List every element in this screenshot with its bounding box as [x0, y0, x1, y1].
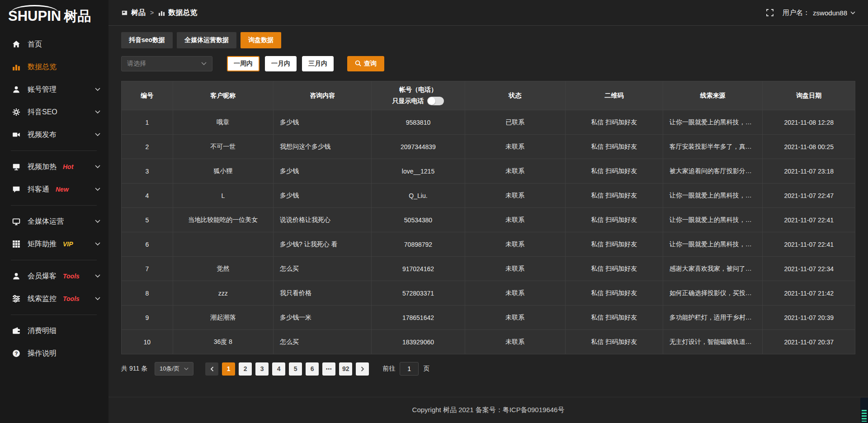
chevron-down-icon — [95, 274, 100, 278]
sidebar-item-video-heat[interactable]: 视频加热Hot — [0, 155, 108, 178]
sidebar-item-douketong[interactable]: 抖客通New — [0, 178, 108, 201]
badge-vip: VIP — [63, 240, 73, 248]
cell-qrcode[interactable]: 私信 扫码加好友 — [565, 110, 663, 135]
breadcrumb: 树品 > 数据总览 — [121, 8, 197, 18]
footer: Copyright 树品 2021 备案号：粤ICP备09019646号 — [108, 397, 868, 423]
breadcrumb-item-shupin[interactable]: 树品 — [121, 8, 146, 18]
tab-omnimedia-data[interactable]: 全媒体运营数据 — [177, 32, 236, 48]
sidebar-divider — [11, 260, 97, 260]
cell-qrcode[interactable]: 私信 扫码加好友 — [565, 159, 663, 183]
floating-widget[interactable] — [860, 398, 868, 423]
prev-page-button[interactable] — [205, 362, 218, 376]
cell-qrcode[interactable]: 私信 扫码加好友 — [565, 281, 663, 306]
cell-nickname: 不可一世 — [173, 135, 273, 159]
sidebar-item-home[interactable]: 首页 — [0, 33, 108, 56]
page-number-buttons: 123456•••92 — [220, 362, 354, 376]
goto-page-input[interactable] — [400, 362, 419, 376]
sidebar-item-douyin-seo[interactable]: 抖音SEO — [0, 101, 108, 123]
cell-qrcode[interactable]: 私信 扫码加好友 — [565, 232, 663, 257]
sidebar-item-label: 视频加热 — [28, 162, 57, 172]
breadcrumb-item-data-overview[interactable]: 数据总览 — [158, 8, 197, 18]
cell-status: 未联系 — [465, 135, 565, 159]
sidebar-item-consumption-detail[interactable]: 消费明细 — [0, 320, 108, 342]
sidebar: SHUPIN 树品 首页数据总览账号管理抖音SEO视频发布视频加热Hot抖客通N… — [0, 0, 108, 423]
cell-lead[interactable]: 如何正确选择投影仪，买投影... — [663, 281, 763, 306]
column-header-nickname: 客户昵称 — [173, 81, 273, 110]
period-buttons: 一周内一月内三月内 — [227, 56, 334, 71]
period-button-one-week[interactable]: 一周内 — [227, 56, 259, 71]
page-size-select[interactable]: 10条/页 — [155, 362, 193, 376]
cell-lead[interactable]: 让你一眼就爱上的黑科技，能... — [663, 232, 763, 257]
cell-qrcode[interactable]: 私信 扫码加好友 — [565, 183, 663, 208]
cell-lead[interactable]: 多功能护栏灯，适用于乡村文... — [663, 306, 763, 330]
cell-status: 未联系 — [465, 208, 565, 232]
content-area: 抖音seo数据全媒体运营数据询盘数据 请选择 一周内一月内三月内 查询 — [108, 26, 868, 397]
user-menu[interactable]: 用户名：zswodun88 — [783, 9, 855, 17]
cell-lead[interactable]: 客厅安装投影半年多了，真实... — [663, 135, 763, 159]
sidebar-item-label: 矩阵助推 — [28, 240, 57, 249]
logo-text-en: SHUPIN — [8, 9, 61, 23]
cell-lead[interactable]: 无主灯设计，智能磁吸轨道灯... — [663, 330, 763, 354]
sidebar-item-account-management[interactable]: 账号管理 — [0, 78, 108, 101]
sidebar-divider — [11, 205, 97, 206]
cell-nickname: L — [173, 183, 273, 208]
cell-content: 多少钱? 让我死心 看 — [273, 232, 371, 257]
cell-lead[interactable]: 让你一眼就爱上的黑科技，能... — [663, 183, 763, 208]
cell-account: 50534380 — [372, 208, 465, 232]
cell-qrcode[interactable]: 私信 扫码加好友 — [565, 330, 663, 354]
page-button-5[interactable]: 5 — [289, 362, 302, 376]
cell-lead[interactable]: 让你一眼就爱上的黑科技，能... — [663, 110, 763, 135]
next-page-button[interactable] — [356, 362, 369, 376]
sidebar-divider — [11, 150, 97, 151]
sidebar-item-clue-monitor[interactable]: 线索监控Tools — [0, 287, 108, 310]
badge-hot: Hot — [63, 163, 73, 170]
page-button-6[interactable]: 6 — [306, 362, 319, 376]
cell-qrcode[interactable]: 私信 扫码加好友 — [565, 306, 663, 330]
period-button-one-month[interactable]: 一月内 — [265, 56, 297, 71]
main-column: 树品 > 数据总览 用户名：zswodun88 — [108, 0, 868, 423]
sidebar-item-video-publish[interactable]: 视频发布 — [0, 123, 108, 146]
sidebar-item-matrix-boost[interactable]: 矩阵助推VIP — [0, 233, 108, 255]
sidebar-item-data-overview[interactable]: 数据总览 — [0, 56, 108, 78]
cell-lead[interactable]: 让你一眼就爱上的黑科技，能... — [663, 208, 763, 232]
page-more-button[interactable]: ••• — [322, 362, 335, 376]
sidebar-item-member-baoke[interactable]: 会员爆客Tools — [0, 265, 108, 287]
page-button-2[interactable]: 2 — [239, 362, 252, 376]
page-button-4[interactable]: 4 — [272, 362, 285, 376]
cell-qrcode[interactable]: 私信 扫码加好友 — [565, 257, 663, 281]
filter-select[interactable]: 请选择 — [121, 56, 212, 71]
period-button-three-month[interactable]: 三月内 — [302, 56, 334, 71]
page-button-3[interactable]: 3 — [255, 362, 269, 376]
tab-douyin-seo-data[interactable]: 抖音seo数据 — [121, 32, 173, 48]
chevron-down-icon — [95, 165, 100, 169]
app-window-icon — [121, 9, 128, 16]
cell-lead[interactable]: 感谢大家喜欢我家，被问了好... — [663, 257, 763, 281]
search-button[interactable]: 查询 — [347, 56, 384, 71]
sidebar-item-operation-guide[interactable]: ?操作说明 — [0, 342, 108, 365]
cell-qrcode[interactable]: 私信 扫码加好友 — [565, 208, 663, 232]
sidebar-item-label: 账号管理 — [28, 85, 57, 94]
page-button-92[interactable]: 92 — [339, 362, 352, 376]
sidebar-item-omni-media[interactable]: 全媒体运营 — [0, 210, 108, 233]
cell-no: 8 — [122, 281, 173, 306]
cell-no: 7 — [122, 257, 173, 281]
sliders-icon — [12, 295, 21, 303]
search-button-label: 查询 — [364, 60, 377, 68]
screen-icon — [12, 163, 21, 171]
cell-lead[interactable]: 被大家追着问的客厅投影分享... — [663, 159, 763, 183]
cell-account: 917024162 — [372, 257, 465, 281]
fullscreen-icon[interactable] — [766, 9, 774, 16]
badge-tools: Tools — [63, 273, 80, 280]
home-icon — [12, 40, 21, 49]
breadcrumb-label: 树品 — [131, 8, 146, 18]
badge-new: New — [56, 186, 69, 193]
tab-inquiry-data[interactable]: 询盘数据 — [241, 32, 281, 48]
column-header-label: 帐号（电话） — [372, 86, 464, 94]
page-button-1[interactable]: 1 — [222, 362, 235, 376]
table-row: 6多少钱? 让我死心 看70898792未联系私信 扫码加好友让你一眼就爱上的黑… — [122, 232, 855, 257]
cell-qrcode[interactable]: 私信 扫码加好友 — [565, 135, 663, 159]
cell-status: 未联系 — [465, 257, 565, 281]
phone-only-toggle[interactable] — [427, 97, 444, 105]
phone-toggle-label: 只显示电话 — [392, 97, 424, 105]
sidebar-menu: 首页数据总览账号管理抖音SEO视频发布视频加热Hot抖客通New全媒体运营矩阵助… — [0, 26, 108, 365]
